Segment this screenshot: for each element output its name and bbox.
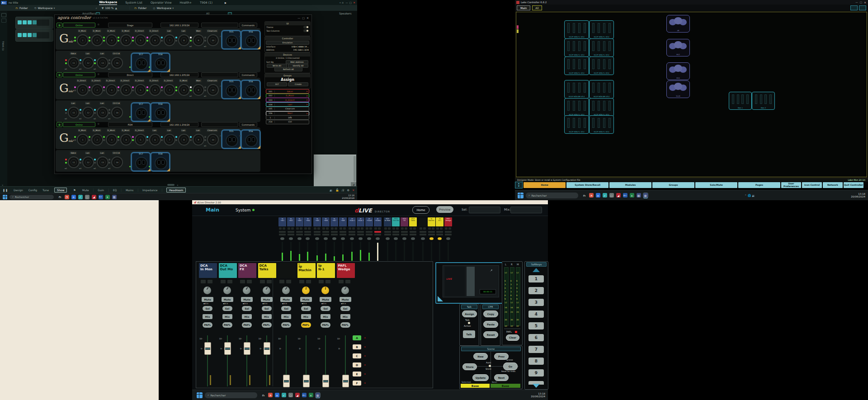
gear-icon[interactable]: ⚙ (347, 188, 349, 192)
overview-strip-fx[interactable]: DCAFX (401, 217, 408, 261)
mini-button[interactable] (413, 227, 416, 230)
scene-go-button[interactable]: Go (503, 362, 518, 370)
strip-button-a[interactable] (319, 280, 324, 283)
speaker-module[interactable]: M12P MON FL V3.0 (589, 115, 614, 134)
refresh-all-button[interactable]: Refresh All (274, 67, 302, 71)
taskbar-icon-chrome[interactable]: ◔ (589, 193, 594, 198)
zoom-search-icon[interactable]: ⌕ (95, 6, 97, 10)
preview-button[interactable]: Preview (436, 206, 453, 213)
mute-button[interactable]: Mute (261, 297, 273, 302)
mini-mute-button[interactable] (314, 231, 321, 233)
taskbar-icon-loop[interactable]: ◌ (288, 393, 293, 397)
view-tab-eq[interactable]: EQ (113, 188, 117, 192)
mini-mute-button[interactable] (357, 231, 364, 233)
search-field-right[interactable]: ⌕Rechercher (526, 193, 578, 198)
view-tab-mute[interactable]: Mute (82, 188, 89, 192)
mini-button[interactable] (279, 227, 282, 230)
port-2[interactable]: 2 (91, 34, 103, 46)
trunk-tr18[interactable]: Tr18 (150, 152, 170, 172)
taskbar-icon-armonia[interactable]: A+ (302, 393, 307, 397)
mini-button[interactable] (326, 227, 329, 230)
port-12[interactable]: 12 (82, 57, 94, 69)
lake-mini-button-1[interactable] (850, 5, 858, 10)
mini-mute-button[interactable] (445, 231, 452, 233)
softkeys-up-icon[interactable] (533, 268, 540, 272)
mute-button[interactable]: Mute (340, 297, 351, 302)
mini-pafl-button[interactable] (438, 237, 442, 240)
sel-button[interactable]: Sel (262, 306, 272, 311)
mini-button[interactable] (378, 227, 381, 230)
zoom-in-icon[interactable]: ▲ (115, 6, 117, 9)
overview-strip-in-mon[interactable]: DCAIn Mon (384, 217, 392, 261)
taskbar-icon-chrome[interactable]: ◔ (268, 393, 273, 397)
device-ip[interactable]: 192.168.1.204/24 (160, 122, 198, 127)
strip-button-a[interactable] (339, 280, 344, 283)
port-4[interactable]: 4 (120, 34, 132, 46)
taskbar-icon-check[interactable]: ✓ (78, 195, 83, 199)
pafl-button[interactable]: PAFL (203, 322, 212, 328)
menu-main[interactable]: Main (206, 207, 219, 213)
speaker-module[interactable]: M12P MON FL V3.0 (564, 20, 589, 39)
softkey-2[interactable]: 2 (528, 287, 544, 294)
mini-button[interactable] (423, 227, 426, 230)
overview-strip--sub3[interactable]: Ip→Sub3 (365, 217, 373, 261)
mini-button[interactable] (296, 227, 299, 230)
mini-button[interactable] (445, 227, 448, 230)
mini-sel-button[interactable] (322, 234, 329, 235)
port-10[interactable]: 10 (207, 84, 219, 96)
mode-tab-config[interactable]: Config (28, 188, 37, 192)
mini-mute-button[interactable] (384, 231, 391, 233)
port-1[interactable]: 1 (77, 34, 89, 46)
device-status[interactable]: Online (63, 23, 95, 28)
strip-button-a[interactable] (260, 280, 265, 283)
device-commands-button[interactable]: Commands (239, 23, 257, 28)
bank-key-f[interactable]: F (353, 381, 361, 386)
view-tab-mains[interactable]: Mains (126, 188, 133, 192)
mini-mute-button[interactable] (331, 231, 338, 233)
pafl-button[interactable]: PAFL (340, 322, 350, 328)
app-tab-t904-1-[interactable]: T904 (1) (200, 1, 212, 5)
overview-strip-blank[interactable] (419, 217, 427, 261)
mix-button[interactable]: Mix (262, 314, 272, 319)
scene-update-button[interactable]: Update (472, 374, 489, 381)
lake-button-solo-mute[interactable]: Solo/Mute (695, 182, 737, 188)
lake-close-icon[interactable]: ✕ (864, 1, 866, 4)
strip-button-b[interactable] (306, 280, 311, 283)
lake-button-pages[interactable]: Pages (738, 182, 780, 188)
amplifier-thumbnail-2[interactable] (15, 29, 53, 42)
overview-strip--w1[interactable]: Ip→W1 (278, 217, 286, 261)
strip-button-b[interactable] (345, 280, 350, 283)
sel-button[interactable]: Sel (242, 306, 252, 311)
titlebar-misc-icons[interactable]: ✦ ⊞ (339, 1, 344, 4)
mini-button[interactable] (401, 227, 404, 230)
taskbar-icon-meter[interactable]: ▥ (637, 193, 641, 198)
app-tab-health-[interactable]: Health+ (180, 1, 192, 5)
mute-button[interactable]: Mute (280, 297, 292, 302)
mini-sel-button[interactable] (288, 234, 294, 235)
port-7[interactable]: 7 (164, 34, 175, 46)
lake-button-user-preferences[interactable]: User Preferences (781, 182, 801, 188)
auto-store-dot[interactable] (489, 365, 491, 367)
bank-key-d[interactable]: D (353, 362, 361, 367)
mini-button[interactable] (349, 227, 351, 230)
bank-key-a[interactable]: A (353, 335, 361, 340)
speaker-icon[interactable]: 🔉 (330, 188, 333, 192)
port-2[interactable]: 2 (91, 134, 103, 146)
mini-pafl-button[interactable] (297, 237, 302, 240)
mini-button[interactable] (366, 227, 368, 230)
pafl-button[interactable]: PAFL (242, 322, 252, 328)
mini-button[interactable] (288, 227, 290, 230)
strip-knob[interactable] (203, 287, 211, 294)
talk-button[interactable]: Talk (463, 330, 475, 338)
mini-sel-button[interactable] (401, 234, 408, 235)
cpr-paste-button[interactable]: Paste (483, 321, 498, 328)
taskbar-icon-excel[interactable]: x (105, 195, 110, 199)
pafl-button[interactable]: PAFL (281, 322, 291, 328)
strip-button-b[interactable] (267, 280, 272, 283)
speaker-cluster-module[interactable]: M12 (666, 39, 690, 56)
mini-sel-button[interactable] (445, 234, 452, 235)
folder-button-2[interactable]: Folder (138, 6, 147, 9)
device-commands-button[interactable]: Commands (239, 72, 257, 77)
lake-button-network[interactable]: Network (823, 182, 843, 188)
strip-button-b[interactable] (247, 280, 252, 283)
